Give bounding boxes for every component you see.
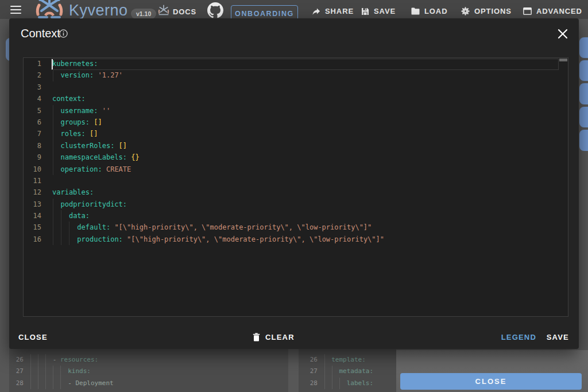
background-policy-editor: 26 - resources:27 kinds:28 - Deployment [9, 341, 288, 392]
editor-scrollbar[interactable] [559, 59, 567, 61]
modal-close-button[interactable]: CLOSE [18, 333, 48, 341]
brand-title: Kyverno [69, 2, 128, 20]
page: 26 - resources:27 kinds:28 - Deployment … [0, 0, 588, 392]
clear-label: CLEAR [265, 333, 295, 341]
menu-icon[interactable] [10, 6, 21, 14]
clear-button[interactable]: CLEAR [253, 333, 295, 341]
legend-button[interactable]: LEGEND [501, 333, 536, 341]
github-icon[interactable] [207, 2, 223, 18]
side-pill[interactable] [579, 37, 588, 59]
modal-title: Context [21, 27, 60, 40]
folder-icon [411, 7, 420, 15]
load-button[interactable]: LOAD [411, 7, 447, 15]
advanced-button[interactable]: ADVANCED [523, 7, 582, 15]
modal-save-button[interactable]: SAVE [547, 333, 569, 341]
options-button[interactable]: OPTIONS [461, 7, 512, 15]
docs-link[interactable]: DOCS [173, 7, 196, 16]
docs-label: DOCS [173, 7, 196, 16]
save-button-topbar[interactable]: SAVE [361, 7, 396, 15]
side-pill[interactable] [579, 60, 588, 81]
trash-icon [253, 333, 260, 341]
version-badge: v1.10 [131, 9, 156, 19]
background-resource-editor: 26 template:27 metadata:28 labels: [299, 341, 396, 392]
info-icon[interactable] [59, 29, 68, 38]
save-label: SAVE [374, 7, 396, 15]
side-pill[interactable] [579, 130, 588, 151]
share-button[interactable]: SHARE [312, 7, 354, 15]
side-pill[interactable] [579, 107, 588, 128]
onboarding-popover: CLOSE [396, 350, 588, 392]
options-label: OPTIONS [474, 7, 512, 15]
context-modal: Context 1kubernetes:2 version: '1.27'34c… [9, 18, 579, 349]
gear-icon [461, 7, 470, 15]
top-bar: Kyverno v1.10 DOCS ONBOARDING SHARE [0, 0, 588, 19]
editor-lines: 1kubernetes:2 version: '1.27'34context:5… [24, 58, 568, 245]
save-icon [361, 7, 369, 15]
close-icon[interactable] [556, 27, 570, 41]
load-label: LOAD [424, 7, 447, 15]
side-pill[interactable] [579, 83, 588, 104]
modal-footer: CLOSE CLEAR LEGEND SAVE [9, 326, 579, 349]
kyverno-logo-icon [34, 0, 64, 19]
share-label: SHARE [325, 7, 354, 15]
onboarding-close-button[interactable]: CLOSE [400, 373, 582, 390]
context-code-editor[interactable]: 1kubernetes:2 version: '1.27'34context:5… [23, 57, 568, 317]
advanced-label: ADVANCED [536, 7, 582, 15]
share-icon [312, 7, 320, 15]
docs-logo-icon [157, 3, 170, 16]
window-icon [523, 7, 532, 15]
